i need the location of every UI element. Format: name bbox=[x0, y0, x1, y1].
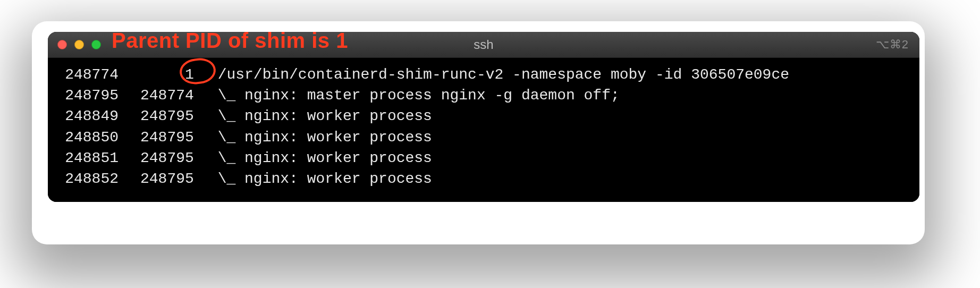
process-row: 248774 1 /usr/bin/containerd-shim-runc-v… bbox=[57, 64, 910, 85]
tree-prefix: \_ bbox=[218, 87, 244, 104]
command-text: /usr/bin/containerd-shim-runc-v2 -namesp… bbox=[218, 66, 789, 83]
ppid-cell: 248774 bbox=[128, 85, 194, 106]
process-row: 248852 248795 \_ nginx: worker process bbox=[57, 168, 910, 189]
ppid-cell: 248795 bbox=[128, 148, 194, 168]
command-text: nginx: master process nginx -g daemon of… bbox=[244, 87, 620, 104]
command-cell: \_ nginx: worker process bbox=[218, 171, 432, 187]
ppid-cell: 1 bbox=[128, 64, 194, 85]
ppid-cell: 248795 bbox=[128, 106, 194, 126]
zoom-icon[interactable] bbox=[91, 40, 101, 49]
traffic-lights bbox=[48, 40, 101, 49]
tree-prefix: \_ bbox=[218, 129, 244, 146]
process-row: 248850 248795 \_ nginx: worker process bbox=[57, 127, 910, 148]
terminal-output: 248774 1 /usr/bin/containerd-shim-runc-v… bbox=[48, 58, 919, 202]
process-row: 248851 248795 \_ nginx: worker process bbox=[57, 148, 910, 168]
ppid-cell: 248795 bbox=[128, 127, 194, 148]
pid-cell: 248774 bbox=[57, 64, 119, 85]
annotation-text: Parent PID of shim is 1 bbox=[112, 26, 348, 55]
command-text: nginx: worker process bbox=[244, 171, 432, 187]
terminal-window: ssh ⌥⌘2 248774 1 /usr/bin/containerd-shi… bbox=[48, 32, 919, 202]
tree-prefix: \_ bbox=[218, 108, 244, 124]
tree-prefix: \_ bbox=[218, 150, 244, 166]
close-icon[interactable] bbox=[57, 40, 67, 49]
command-cell: \_ nginx: worker process bbox=[218, 150, 432, 166]
pid-cell: 248849 bbox=[57, 106, 119, 126]
process-row: 248849 248795 \_ nginx: worker process bbox=[57, 106, 910, 126]
command-text: nginx: worker process bbox=[244, 129, 432, 146]
pid-cell: 248850 bbox=[57, 127, 119, 148]
process-row: 248795 248774 \_ nginx: master process n… bbox=[57, 85, 910, 106]
tree-prefix: \_ bbox=[218, 171, 244, 187]
command-cell: \_ nginx: worker process bbox=[218, 129, 432, 146]
pid-cell: 248852 bbox=[57, 168, 119, 189]
ppid-cell: 248795 bbox=[128, 168, 194, 189]
command-text: nginx: worker process bbox=[244, 150, 432, 166]
command-cell: /usr/bin/containerd-shim-runc-v2 -namesp… bbox=[218, 66, 789, 83]
command-text: nginx: worker process bbox=[244, 108, 432, 124]
command-cell: \_ nginx: master process nginx -g daemon… bbox=[218, 87, 620, 104]
window-shortcut-hint: ⌥⌘2 bbox=[876, 37, 909, 53]
command-cell: \_ nginx: worker process bbox=[218, 108, 432, 124]
pid-cell: 248851 bbox=[57, 148, 119, 168]
pid-cell: 248795 bbox=[57, 85, 119, 106]
minimize-icon[interactable] bbox=[74, 40, 84, 49]
